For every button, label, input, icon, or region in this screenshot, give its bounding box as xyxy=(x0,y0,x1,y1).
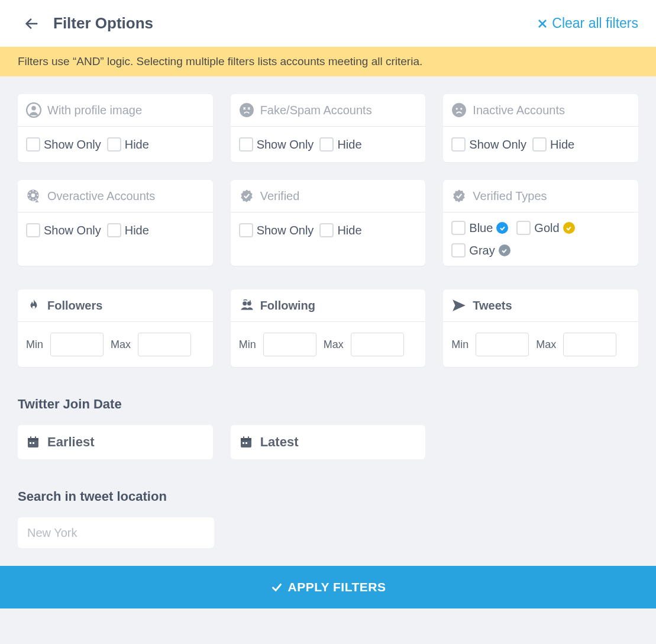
checkbox-vtype-gold[interactable] xyxy=(516,221,531,235)
hide-label: Hide xyxy=(125,224,149,237)
fire-icon xyxy=(26,298,41,313)
show-only-label: Show Only xyxy=(469,138,526,152)
hide-label: Hide xyxy=(337,138,361,152)
tweet-location-input[interactable] xyxy=(18,517,214,548)
tweets-max-input[interactable] xyxy=(563,333,616,356)
checkbox-overactive-show-only[interactable] xyxy=(26,223,40,237)
apply-label: APPLY FILTERS xyxy=(288,580,386,594)
min-label: Min xyxy=(451,339,468,351)
following-min-input[interactable] xyxy=(263,333,316,356)
followers-min-input[interactable] xyxy=(50,333,104,356)
calendar-icon xyxy=(26,435,40,449)
svg-rect-23 xyxy=(245,442,247,444)
clear-all-filters-link[interactable]: Clear all filters xyxy=(538,15,638,31)
filter-label: With profile image xyxy=(47,104,142,117)
show-only-label: Show Only xyxy=(44,224,101,237)
filter-card-fake-spam: Fake/Spam Accounts Show Only Hide xyxy=(231,94,426,162)
followers-max-input[interactable] xyxy=(138,333,191,356)
checkbox-verified-hide[interactable] xyxy=(319,223,334,237)
min-label: Min xyxy=(239,339,256,351)
checkbox-vtype-gray[interactable] xyxy=(451,243,466,257)
svg-point-12 xyxy=(243,301,247,305)
svg-point-13 xyxy=(247,301,251,305)
filter-card-verified: Verified Show Only Hide xyxy=(231,180,426,266)
latest-label: Latest xyxy=(260,434,299,450)
calendar-icon xyxy=(239,435,253,449)
verified-badge-icon xyxy=(451,188,467,204)
filter-card-profile-image: With profile image Show Only Hide xyxy=(18,94,213,162)
send-icon xyxy=(451,298,467,313)
date-picker-latest[interactable]: Latest xyxy=(231,425,426,459)
gold-check-icon xyxy=(563,222,575,234)
dizzy-face-icon xyxy=(239,102,254,118)
metric-card-followers: Followers Min Max xyxy=(18,289,213,367)
min-label: Min xyxy=(26,339,43,351)
earliest-label: Earliest xyxy=(47,434,95,450)
checkbox-vtype-blue[interactable] xyxy=(451,221,466,235)
checkbox-profile-show-only[interactable] xyxy=(26,137,40,152)
vtype-gold-label: Gold xyxy=(534,221,559,235)
clear-all-label: Clear all filters xyxy=(552,15,638,31)
vtype-blue-label: Blue xyxy=(469,221,493,235)
header: Filter Options Clear all filters xyxy=(0,0,656,47)
user-avatar-icon xyxy=(26,102,41,118)
tweets-min-input[interactable] xyxy=(476,333,529,356)
vtype-gray-label: Gray xyxy=(469,244,495,257)
apply-filters-button[interactable]: APPLY FILTERS xyxy=(0,566,656,608)
users-icon xyxy=(239,298,254,313)
filter-label: Inactive Accounts xyxy=(473,104,565,117)
show-only-label: Show Only xyxy=(257,224,314,237)
filter-label: Verified xyxy=(260,189,300,203)
page-title: Filter Options xyxy=(53,14,538,33)
svg-rect-15 xyxy=(28,438,38,440)
verified-badge-icon xyxy=(239,188,254,204)
filter-label: Fake/Spam Accounts xyxy=(260,104,372,117)
info-notice: Filters use “AND” logic. Selecting multi… xyxy=(0,47,656,76)
metric-label: Following xyxy=(260,299,315,313)
blue-check-icon xyxy=(496,222,508,234)
checkbox-spam-show-only[interactable] xyxy=(239,137,253,152)
filter-label: Verified Types xyxy=(473,189,547,203)
svg-point-6 xyxy=(452,103,466,117)
max-label: Max xyxy=(536,339,556,351)
metric-card-tweets: Tweets Min Max xyxy=(443,289,638,367)
svg-rect-16 xyxy=(30,442,31,444)
hide-label: Hide xyxy=(550,138,574,152)
badge-gear-icon xyxy=(26,188,41,204)
checkbox-inactive-hide[interactable] xyxy=(532,137,547,152)
checkbox-spam-hide[interactable] xyxy=(319,137,334,152)
svg-rect-22 xyxy=(243,442,244,444)
date-picker-earliest[interactable]: Earliest xyxy=(18,425,213,459)
show-only-label: Show Only xyxy=(44,138,101,152)
checkbox-verified-show-only[interactable] xyxy=(239,223,253,237)
metric-label: Followers xyxy=(47,299,102,313)
sad-face-icon xyxy=(451,102,467,118)
svg-point-5 xyxy=(240,103,254,117)
checkbox-overactive-hide[interactable] xyxy=(107,223,121,237)
metric-card-following: Following Min Max xyxy=(231,289,426,367)
filter-label: Overactive Accounts xyxy=(47,189,155,203)
filter-card-overactive: Overactive Accounts Show Only Hide xyxy=(18,180,213,266)
svg-rect-24 xyxy=(243,436,244,439)
checkbox-inactive-show-only[interactable] xyxy=(451,137,466,152)
section-title-location: Search in tweet location xyxy=(18,489,638,504)
svg-point-10 xyxy=(31,194,35,198)
hide-label: Hide xyxy=(337,224,361,237)
svg-rect-25 xyxy=(248,436,249,439)
gray-check-icon xyxy=(499,244,510,256)
svg-rect-19 xyxy=(35,436,36,439)
svg-rect-21 xyxy=(241,438,251,440)
following-max-input[interactable] xyxy=(351,333,404,356)
close-icon xyxy=(538,19,547,28)
max-label: Max xyxy=(324,339,344,351)
metric-label: Tweets xyxy=(473,299,512,313)
filter-card-inactive: Inactive Accounts Show Only Hide xyxy=(443,94,638,162)
section-title-join-date: Twitter Join Date xyxy=(18,397,638,412)
check-icon xyxy=(270,581,283,594)
svg-point-11 xyxy=(33,306,35,309)
checkbox-profile-hide[interactable] xyxy=(107,137,121,152)
svg-rect-17 xyxy=(33,442,34,444)
show-only-label: Show Only xyxy=(257,138,314,152)
svg-point-7 xyxy=(456,108,458,110)
back-arrow-icon[interactable] xyxy=(24,15,40,32)
